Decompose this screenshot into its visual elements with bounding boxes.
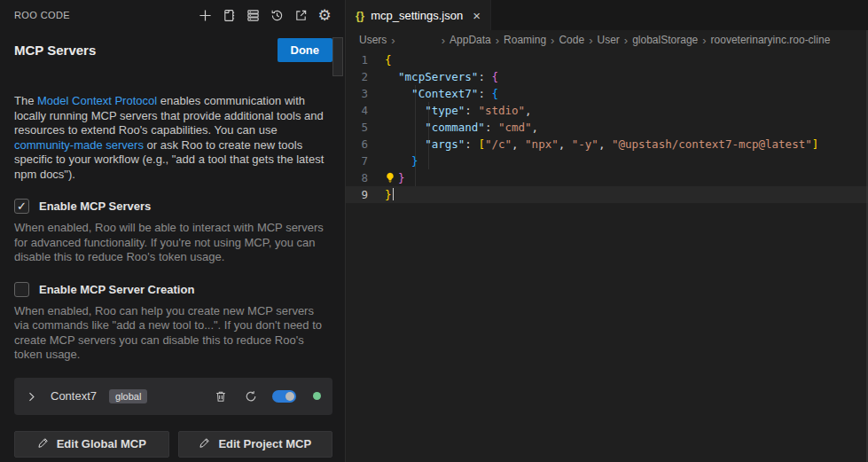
mcp-server-icon[interactable] bbox=[245, 7, 261, 23]
chevron-right-icon: › bbox=[551, 34, 554, 47]
sidebar-scrollbar[interactable] bbox=[332, 37, 343, 76]
code-token: "type" bbox=[425, 104, 465, 117]
code-token: , bbox=[512, 137, 525, 151]
mcp-server-row-context7[interactable]: Context7 global bbox=[14, 378, 332, 415]
text-cursor bbox=[393, 188, 395, 200]
code-token: : bbox=[478, 87, 491, 100]
done-button[interactable]: Done bbox=[278, 38, 333, 62]
code-token: } bbox=[385, 188, 392, 201]
edit-global-mcp-button[interactable]: Edit Global MCP bbox=[14, 431, 169, 458]
code-token: [ bbox=[478, 137, 485, 151]
chevron-right-icon: › bbox=[496, 34, 499, 47]
edit-global-mcp-label: Edit Global MCP bbox=[57, 437, 146, 450]
close-tab-icon[interactable]: × bbox=[473, 9, 481, 22]
code-token bbox=[385, 70, 398, 83]
code-token: "npx" bbox=[525, 137, 559, 151]
code-line: 4 "type": "stdio", bbox=[346, 102, 868, 119]
panel-title-row: MCP Servers Done bbox=[14, 38, 332, 62]
editor-tab-bar: {} mcp_settings.json × bbox=[346, 0, 868, 30]
scope-badge: global bbox=[109, 389, 147, 403]
code-token: , bbox=[559, 137, 572, 151]
code-token: "-y" bbox=[572, 137, 598, 151]
history-icon[interactable] bbox=[269, 7, 285, 23]
breadcrumb-item[interactable]: User bbox=[597, 34, 619, 46]
code-line: 5 "command": "cmd", bbox=[346, 119, 868, 136]
code-line: 9} bbox=[346, 186, 868, 203]
breadcrumb-item[interactable]: rooveterinaryinc.roo-cline bbox=[711, 34, 831, 46]
enable-mcp-servers-section: ✓ Enable MCP Servers When enabled, Roo w… bbox=[14, 199, 332, 265]
code-token: : bbox=[465, 137, 478, 151]
notebook-icon[interactable] bbox=[221, 7, 237, 23]
server-enabled-toggle[interactable] bbox=[272, 390, 296, 403]
code-token: , bbox=[525, 104, 532, 117]
roo-code-sidebar: ROO CODE bbox=[0, 0, 346, 462]
enable-mcp-creation-section: Enable MCP Server Creation When enabled,… bbox=[14, 282, 332, 363]
sidebar-header: ROO CODE bbox=[14, 0, 332, 30]
tab-mcp-settings-json[interactable]: {} mcp_settings.json × bbox=[346, 0, 491, 30]
code-token bbox=[385, 154, 411, 168]
enable-mcp-creation-description: When enabled, Roo can help you create ne… bbox=[14, 304, 330, 363]
enable-mcp-creation-checkbox[interactable] bbox=[14, 282, 29, 297]
chevron-right-icon: › bbox=[702, 34, 706, 47]
tab-filename: mcp_settings.json bbox=[371, 9, 463, 22]
code-token: : bbox=[465, 104, 478, 117]
community-made-servers-link[interactable]: community-made servers bbox=[14, 138, 144, 152]
breadcrumb-item[interactable]: Users bbox=[359, 34, 387, 46]
line-number: 8 bbox=[346, 169, 385, 186]
line-number: 6 bbox=[346, 136, 385, 153]
mcp-intro-text: The Model Context Protocol enables commu… bbox=[14, 94, 330, 182]
enable-mcp-servers-description: When enabled, Roo will be able to intera… bbox=[14, 221, 330, 265]
model-context-protocol-link[interactable]: Model Context Protocol bbox=[37, 94, 157, 107]
restart-server-icon[interactable] bbox=[244, 389, 258, 403]
code-token: "command" bbox=[425, 121, 485, 134]
code-token: "cmd" bbox=[498, 121, 532, 134]
line-number: 3 bbox=[346, 85, 385, 102]
breadcrumb-item[interactable]: globalStorage bbox=[632, 34, 698, 46]
code-token: { bbox=[491, 70, 498, 83]
code-token bbox=[385, 104, 425, 117]
pencil-icon bbox=[37, 437, 49, 451]
enable-mcp-creation-label: Enable MCP Server Creation bbox=[39, 283, 194, 296]
code-token bbox=[385, 137, 425, 151]
breadcrumb-item[interactable]: AppData bbox=[450, 34, 491, 46]
intro-text-1: The bbox=[14, 94, 37, 107]
line-number: 1 bbox=[346, 51, 385, 68]
code-token: , bbox=[598, 137, 612, 151]
app-window: ROO CODE bbox=[0, 0, 868, 462]
open-external-icon[interactable] bbox=[293, 7, 309, 23]
delete-server-icon[interactable] bbox=[214, 389, 228, 403]
code-line: 2 "mcpServers": { bbox=[346, 68, 868, 85]
code-editor[interactable]: 1{2 "mcpServers": {3 "Context7": {4 "typ… bbox=[346, 50, 868, 462]
code-token bbox=[385, 121, 425, 134]
code-token: "/c" bbox=[485, 137, 512, 151]
code-token: "args" bbox=[425, 137, 465, 151]
chevron-right-icon: › bbox=[442, 34, 445, 47]
server-name: Context7 bbox=[51, 389, 97, 403]
server-status-dot bbox=[313, 392, 321, 400]
chevron-right-icon[interactable] bbox=[26, 390, 38, 403]
chevron-right-icon: › bbox=[391, 34, 395, 47]
code-line: 1{ bbox=[346, 51, 868, 68]
code-lines: 1{2 "mcpServers": {3 "Context7": {4 "typ… bbox=[346, 51, 868, 203]
code-line: 7 } bbox=[346, 153, 868, 169]
code-token: "Context7" bbox=[411, 87, 478, 100]
line-number: 2 bbox=[346, 68, 385, 85]
sidebar-toolbar: ⚙ bbox=[197, 7, 332, 23]
breadcrumb-item[interactable]: Roaming bbox=[504, 34, 546, 46]
code-line: 8} bbox=[346, 169, 868, 186]
json-file-icon: {} bbox=[356, 9, 364, 22]
code-line: 3 "Context7": { bbox=[346, 85, 868, 102]
breadcrumb-item[interactable]: Code bbox=[559, 34, 584, 46]
code-token: : bbox=[478, 70, 491, 83]
code-token: ] bbox=[812, 137, 819, 151]
code-token: "mcpServers" bbox=[398, 70, 478, 83]
editor-group: {} mcp_settings.json × Users››AppData›Ro… bbox=[346, 0, 868, 462]
code-token: { bbox=[385, 53, 392, 67]
edit-project-mcp-button[interactable]: Edit Project MCP bbox=[178, 431, 333, 458]
settings-gear-icon[interactable]: ⚙ bbox=[317, 7, 332, 23]
plus-icon[interactable] bbox=[197, 7, 213, 23]
enable-mcp-servers-checkbox[interactable]: ✓ bbox=[14, 199, 29, 214]
code-token: } bbox=[398, 171, 405, 184]
line-number: 9 bbox=[346, 186, 385, 203]
line-number: 7 bbox=[346, 153, 385, 169]
